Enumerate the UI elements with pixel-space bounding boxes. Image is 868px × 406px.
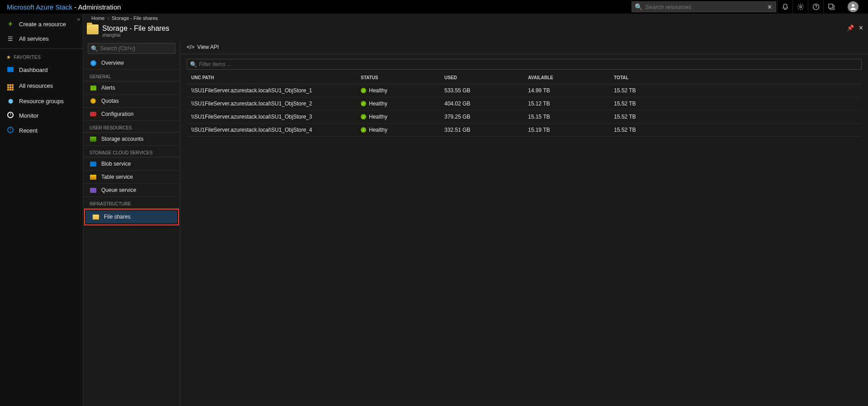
cell-status: ✓Healthy — [361, 114, 444, 120]
table-row[interactable]: \\SU1FileServer.azurestack.local\SU1_Obj… — [187, 124, 862, 137]
globe-icon — [90, 60, 97, 66]
healthy-icon: ✓ — [361, 88, 366, 93]
menu-quotas[interactable]: Quotas — [83, 95, 180, 108]
menu-label: Queue service — [101, 187, 136, 193]
menu-file-shares[interactable]: File shares — [86, 210, 177, 224]
filter-input[interactable] — [199, 61, 859, 67]
table-row[interactable]: \\SU1FileServer.azurestack.local\SU1_Obj… — [187, 84, 862, 97]
col-header-available[interactable]: AVAILABLE — [528, 75, 614, 80]
menu-storage-accounts[interactable]: Storage accounts — [83, 133, 180, 146]
storage-icon — [90, 136, 97, 142]
menu-label: Blob service — [101, 161, 131, 167]
topbar: Microsoft Azure Stack - Administration 🔍… — [0, 0, 868, 14]
queue-icon — [90, 187, 97, 193]
filter-box[interactable]: 🔍 — [187, 59, 862, 70]
section-infra: INFRASTRUCTURE — [83, 197, 180, 209]
nav-create-resource[interactable]: + Create a resource — [0, 16, 83, 32]
nav-all-services[interactable]: ☰ All services — [0, 32, 83, 46]
cell-used: 379.25 GB — [444, 114, 528, 120]
cell-used: 533.55 GB — [444, 87, 528, 94]
dashboard-icon — [6, 67, 14, 73]
highlight-annotation: File shares — [84, 209, 179, 225]
left-nav: « + Create a resource ☰ All services ★ F… — [0, 14, 83, 406]
blade-header-row: Storage - File shares shanghai 📌 ✕ — [83, 22, 868, 40]
col-header-used[interactable]: USED — [444, 75, 528, 80]
nav-label: All resources — [19, 82, 53, 89]
title-prefix: Microsoft Azure Stack — [7, 3, 72, 11]
table-icon — [90, 174, 97, 180]
collapse-nav-icon[interactable]: « — [77, 16, 80, 22]
app-title: Microsoft Azure Stack - Administration — [7, 3, 121, 11]
nav-all-resources[interactable]: All resources — [0, 77, 83, 94]
menu-label: Alerts — [101, 85, 115, 91]
plus-icon: + — [6, 20, 14, 28]
col-header-total[interactable]: TOTAL — [614, 75, 857, 80]
section-user: USER RESOURCES — [83, 121, 180, 133]
cell-path: \\SU1FileServer.azurestack.local\SU1_Obj… — [191, 100, 361, 107]
nav-label: Create a resource — [19, 21, 66, 28]
healthy-icon: ✓ — [361, 127, 366, 133]
notifications-icon[interactable] — [777, 0, 793, 14]
main-blade: </> View API 🔍 UNC PATH STATUS USED AVAI… — [180, 40, 868, 406]
cell-total: 15.52 TB — [614, 127, 857, 133]
menu-alerts[interactable]: Alerts — [83, 81, 180, 95]
title-suffix: - Administration — [72, 3, 121, 11]
toolbar: </> View API — [180, 40, 868, 54]
clear-search-icon[interactable]: ✕ — [764, 4, 776, 10]
cell-available: 15.12 TB — [528, 100, 614, 107]
star-icon: ★ — [6, 54, 11, 60]
help-icon[interactable] — [808, 0, 823, 14]
monitor-icon — [6, 112, 14, 119]
global-search[interactable]: 🔍 ✕ — [632, 1, 776, 12]
nav-recent[interactable]: Recent — [0, 123, 83, 138]
cell-total: 15.52 TB — [614, 87, 857, 94]
svg-rect-2 — [829, 4, 833, 8]
cell-status: ✓Healthy — [361, 87, 444, 94]
clock-icon — [6, 127, 14, 134]
nav-resource-groups[interactable]: ⬢ Resource groups — [0, 94, 83, 108]
settings-icon[interactable] — [793, 0, 808, 14]
view-api-button[interactable]: </> View API — [187, 44, 219, 50]
table-row[interactable]: \\SU1FileServer.azurestack.local\SU1_Obj… — [187, 110, 862, 124]
top-icons — [777, 0, 839, 14]
cell-total: 15.52 TB — [614, 100, 857, 107]
breadcrumb-home[interactable]: Home — [91, 15, 104, 21]
close-icon[interactable]: ✕ — [859, 24, 863, 31]
menu-label: Storage accounts — [101, 136, 143, 142]
list-icon: ☰ — [6, 35, 14, 42]
account-area[interactable] — [839, 1, 861, 12]
section-general: GENERAL — [83, 70, 180, 81]
chevron-right-icon: › — [107, 15, 109, 21]
menu-blob-service[interactable]: Blob service — [83, 158, 180, 171]
cell-available: 15.19 TB — [528, 127, 614, 133]
favorites-label: FAVORITES — [14, 55, 41, 60]
cell-used: 332.51 GB — [444, 127, 528, 133]
search-input[interactable] — [645, 4, 764, 10]
cell-available: 15.15 TB — [528, 114, 614, 120]
nav-label: Recent — [19, 127, 38, 134]
blade-search[interactable]: 🔍 — [88, 43, 175, 54]
menu-table-service[interactable]: Table service — [83, 171, 180, 184]
toolbar-label: View API — [197, 44, 219, 50]
cube-icon: ⬢ — [6, 98, 14, 105]
pin-icon[interactable]: 📌 — [847, 24, 854, 31]
col-header-path[interactable]: UNC PATH — [191, 75, 361, 80]
breadcrumb: Home › Storage - File shares — [83, 14, 868, 22]
svg-point-3 — [852, 4, 854, 7]
breadcrumb-current: Storage - File shares — [112, 15, 158, 21]
menu-queue-service[interactable]: Queue service — [83, 184, 180, 197]
quota-icon — [90, 98, 97, 104]
menu-configuration[interactable]: Configuration — [83, 108, 180, 121]
col-header-status[interactable]: STATUS — [361, 75, 444, 80]
table-row[interactable]: \\SU1FileServer.azurestack.local\SU1_Obj… — [187, 97, 862, 110]
feedback-icon[interactable] — [823, 0, 839, 14]
menu-overview[interactable]: Overview — [83, 57, 180, 70]
search-icon: 🔍 — [190, 61, 197, 68]
nav-dashboard[interactable]: Dashboard — [0, 63, 83, 77]
nav-label: All services — [19, 35, 49, 42]
cell-used: 404.02 GB — [444, 100, 528, 107]
menu-label: File shares — [104, 214, 131, 220]
nav-monitor[interactable]: Monitor — [0, 108, 83, 123]
blade-search-input[interactable] — [100, 45, 172, 52]
alert-icon — [90, 85, 97, 91]
